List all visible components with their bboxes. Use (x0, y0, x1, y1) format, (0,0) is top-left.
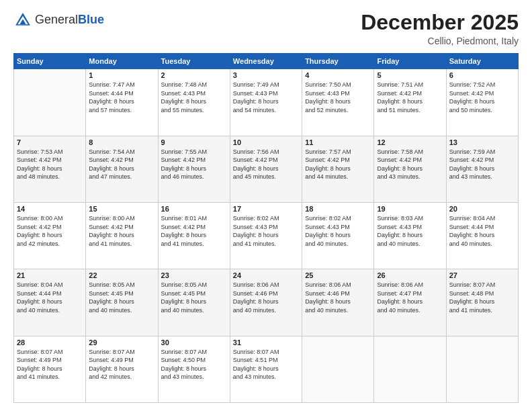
calendar-cell: 20Sunrise: 8:04 AMSunset: 4:44 PMDayligh… (446, 202, 518, 269)
calendar-cell: 7Sunrise: 7:53 AMSunset: 4:42 PMDaylight… (14, 136, 86, 202)
day-number: 9 (161, 138, 227, 146)
day-number: 31 (233, 338, 299, 347)
day-info: Sunrise: 7:53 AMSunset: 4:42 PMDaylight:… (17, 148, 83, 181)
day-number: 19 (377, 205, 443, 213)
day-info: Sunrise: 8:06 AMSunset: 4:46 PMDaylight:… (305, 281, 371, 314)
day-number: 23 (161, 271, 227, 279)
logo-icon (13, 11, 32, 30)
day-info: Sunrise: 8:03 AMSunset: 4:43 PMDaylight:… (377, 214, 443, 248)
calendar-table: Sunday Monday Tuesday Wednesday Thursday… (13, 53, 519, 403)
day-number: 14 (17, 205, 83, 213)
logo-blue-text: Blue (78, 13, 104, 26)
day-number: 5 (377, 71, 443, 79)
header-row: Sunday Monday Tuesday Wednesday Thursday… (14, 54, 519, 69)
day-number: 20 (449, 205, 515, 213)
calendar-cell: 17Sunrise: 8:02 AMSunset: 4:43 PMDayligh… (230, 202, 302, 269)
calendar-cell (374, 336, 446, 402)
logo-general-text: General (35, 13, 78, 26)
day-number: 16 (161, 205, 227, 213)
day-number: 29 (89, 338, 154, 347)
day-number: 24 (233, 271, 299, 279)
calendar-cell: 21Sunrise: 8:04 AMSunset: 4:44 PMDayligh… (14, 269, 86, 336)
calendar-header: Sunday Monday Tuesday Wednesday Thursday… (14, 54, 519, 69)
day-number: 17 (233, 205, 299, 213)
calendar-week-2: 7Sunrise: 7:53 AMSunset: 4:42 PMDaylight… (14, 136, 519, 202)
col-tuesday: Tuesday (158, 54, 230, 69)
col-sunday: Sunday (14, 54, 86, 69)
day-info: Sunrise: 8:07 AMSunset: 4:48 PMDaylight:… (449, 281, 515, 314)
day-number: 25 (305, 271, 371, 279)
day-number: 28 (17, 338, 83, 347)
day-info: Sunrise: 7:56 AMSunset: 4:42 PMDaylight:… (233, 148, 299, 181)
col-saturday: Saturday (446, 54, 518, 69)
logo: GeneralBlue (13, 11, 104, 30)
calendar-cell: 13Sunrise: 7:59 AMSunset: 4:42 PMDayligh… (446, 136, 518, 202)
day-number: 2 (161, 71, 227, 79)
calendar-cell: 11Sunrise: 7:57 AMSunset: 4:42 PMDayligh… (302, 136, 374, 202)
calendar-cell: 12Sunrise: 7:58 AMSunset: 4:42 PMDayligh… (374, 136, 446, 202)
calendar-cell: 26Sunrise: 8:06 AMSunset: 4:47 PMDayligh… (374, 269, 446, 336)
calendar-cell: 25Sunrise: 8:06 AMSunset: 4:46 PMDayligh… (302, 269, 374, 336)
calendar-cell: 1Sunrise: 7:47 AMSunset: 4:44 PMDaylight… (86, 69, 158, 136)
col-monday: Monday (86, 54, 158, 69)
col-thursday: Thursday (302, 54, 374, 69)
calendar-cell: 19Sunrise: 8:03 AMSunset: 4:43 PMDayligh… (374, 202, 446, 269)
title-block: December 2025 Cellio, Piedmont, Italy (361, 11, 519, 46)
calendar-cell: 28Sunrise: 8:07 AMSunset: 4:49 PMDayligh… (14, 336, 86, 402)
day-info: Sunrise: 8:00 AMSunset: 4:42 PMDaylight:… (89, 214, 154, 248)
day-info: Sunrise: 7:59 AMSunset: 4:42 PMDaylight:… (449, 148, 515, 181)
day-number: 22 (89, 271, 154, 279)
day-number: 11 (305, 138, 371, 146)
calendar-week-3: 14Sunrise: 8:00 AMSunset: 4:42 PMDayligh… (14, 202, 519, 269)
day-info: Sunrise: 8:07 AMSunset: 4:51 PMDaylight:… (233, 348, 299, 381)
calendar-cell: 15Sunrise: 8:00 AMSunset: 4:42 PMDayligh… (86, 202, 158, 269)
calendar-cell: 31Sunrise: 8:07 AMSunset: 4:51 PMDayligh… (230, 336, 302, 402)
calendar-body: 1Sunrise: 7:47 AMSunset: 4:44 PMDaylight… (14, 69, 519, 403)
calendar-cell (446, 336, 518, 402)
day-info: Sunrise: 8:02 AMSunset: 4:43 PMDaylight:… (305, 214, 371, 248)
day-info: Sunrise: 7:50 AMSunset: 4:43 PMDaylight:… (305, 81, 371, 114)
calendar-cell (302, 336, 374, 402)
day-info: Sunrise: 8:05 AMSunset: 4:45 PMDaylight:… (161, 281, 227, 314)
calendar-cell: 14Sunrise: 8:00 AMSunset: 4:42 PMDayligh… (14, 202, 86, 269)
day-number: 30 (161, 338, 227, 347)
day-number: 8 (89, 138, 154, 146)
day-info: Sunrise: 8:02 AMSunset: 4:43 PMDaylight:… (233, 214, 299, 248)
day-info: Sunrise: 8:06 AMSunset: 4:47 PMDaylight:… (377, 281, 443, 314)
calendar-cell: 29Sunrise: 8:07 AMSunset: 4:49 PMDayligh… (86, 336, 158, 402)
day-number: 18 (305, 205, 371, 213)
day-info: Sunrise: 8:04 AMSunset: 4:44 PMDaylight:… (449, 214, 515, 248)
calendar-week-5: 28Sunrise: 8:07 AMSunset: 4:49 PMDayligh… (14, 336, 519, 402)
day-info: Sunrise: 8:07 AMSunset: 4:49 PMDaylight:… (17, 348, 83, 381)
day-info: Sunrise: 7:47 AMSunset: 4:44 PMDaylight:… (89, 81, 154, 114)
calendar-cell: 2Sunrise: 7:48 AMSunset: 4:43 PMDaylight… (158, 69, 230, 136)
calendar-cell (14, 69, 86, 136)
day-info: Sunrise: 7:58 AMSunset: 4:42 PMDaylight:… (377, 148, 443, 181)
day-info: Sunrise: 7:52 AMSunset: 4:42 PMDaylight:… (449, 81, 515, 114)
calendar-cell: 6Sunrise: 7:52 AMSunset: 4:42 PMDaylight… (446, 69, 518, 136)
day-number: 27 (449, 271, 515, 279)
page: GeneralBlue December 2025 Cellio, Piedmo… (0, 0, 532, 411)
day-info: Sunrise: 8:01 AMSunset: 4:42 PMDaylight:… (161, 214, 227, 248)
calendar-cell: 10Sunrise: 7:56 AMSunset: 4:42 PMDayligh… (230, 136, 302, 202)
col-wednesday: Wednesday (230, 54, 302, 69)
calendar-cell: 18Sunrise: 8:02 AMSunset: 4:43 PMDayligh… (302, 202, 374, 269)
logo-text: GeneralBlue (35, 13, 104, 27)
day-info: Sunrise: 7:49 AMSunset: 4:43 PMDaylight:… (233, 81, 299, 114)
day-info: Sunrise: 8:06 AMSunset: 4:46 PMDaylight:… (233, 281, 299, 314)
col-friday: Friday (374, 54, 446, 69)
day-number: 4 (305, 71, 371, 79)
day-info: Sunrise: 8:07 AMSunset: 4:50 PMDaylight:… (161, 348, 227, 381)
day-number: 21 (17, 271, 83, 279)
day-number: 15 (89, 205, 154, 213)
calendar-cell: 3Sunrise: 7:49 AMSunset: 4:43 PMDaylight… (230, 69, 302, 136)
day-number: 1 (89, 71, 154, 79)
day-number: 10 (233, 138, 299, 146)
day-info: Sunrise: 7:55 AMSunset: 4:42 PMDaylight:… (161, 148, 227, 181)
day-info: Sunrise: 8:04 AMSunset: 4:44 PMDaylight:… (17, 281, 83, 314)
location: Cellio, Piedmont, Italy (361, 36, 519, 46)
day-info: Sunrise: 7:54 AMSunset: 4:42 PMDaylight:… (89, 148, 154, 181)
day-number: 6 (449, 71, 515, 79)
day-info: Sunrise: 8:00 AMSunset: 4:42 PMDaylight:… (17, 214, 83, 248)
day-info: Sunrise: 7:48 AMSunset: 4:43 PMDaylight:… (161, 81, 227, 114)
